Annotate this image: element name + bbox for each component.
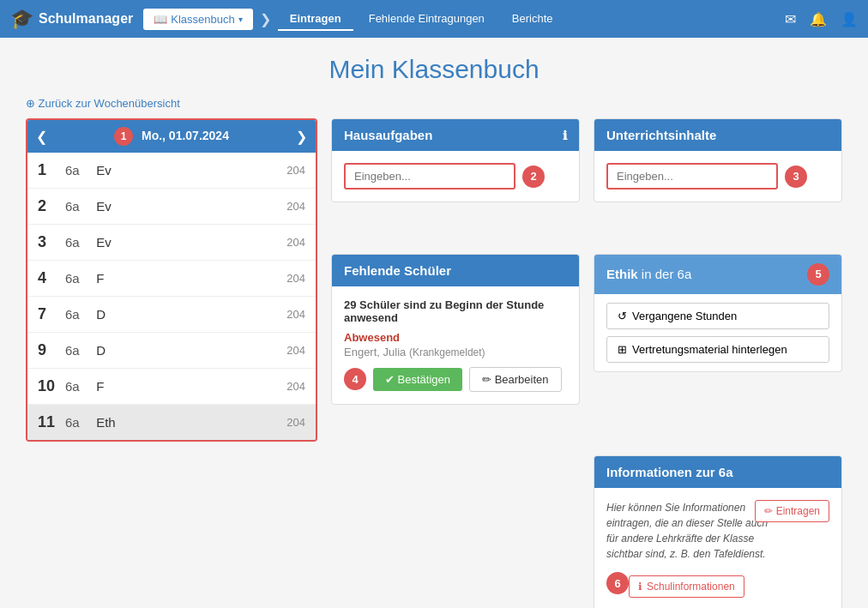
- informationen-body: ✏ Eintragen Hier können Sie Informatione…: [594, 488, 841, 608]
- fehlende-absent-label: Abwesend: [344, 331, 567, 344]
- ethik-header: Ethik in der 6a 5: [594, 255, 841, 294]
- lesson-number: 7: [38, 305, 65, 323]
- lesson-subject: Ev: [93, 163, 286, 178]
- book-icon: 📖: [154, 13, 167, 26]
- content-grid: ❮ 1 Mo., 01.07.2024 ❯ 1 6a Ev 204 2 6a E…: [26, 118, 842, 608]
- info-icon[interactable]: ℹ: [563, 129, 567, 142]
- schulinformationen-button[interactable]: ℹ Schulinformationen: [629, 575, 744, 598]
- timetable-row[interactable]: 7 6a D 204: [27, 297, 316, 333]
- lesson-subject: Ev: [93, 199, 286, 214]
- mail-icon[interactable]: ✉: [785, 11, 796, 27]
- hausaufgaben-body: 2: [332, 151, 579, 202]
- timetable-row[interactable]: 1 6a Ev 204: [27, 153, 316, 189]
- timetable-rows: 1 6a Ev 204 2 6a Ev 204 3 6a Ev 204 4 6a…: [27, 153, 316, 440]
- vertretungsmaterial-label: Vertretungsmaterial hinterlegen: [632, 343, 787, 356]
- fehlende-body: 29 Schüler sind zu Beginn der Stunde anw…: [332, 286, 579, 404]
- lesson-class: 6a: [65, 379, 93, 394]
- lesson-subject: F: [93, 379, 286, 394]
- logo-icon: 🎓: [10, 8, 33, 30]
- fehlende-absent-note: (Krankgemeldet): [409, 346, 485, 358]
- fehlende-schueler-card: Fehlende Schüler 29 Schüler sind zu Begi…: [331, 254, 580, 405]
- lesson-room: 204: [286, 344, 305, 357]
- lesson-class: 6a: [65, 307, 93, 322]
- nav-icons: ✉ 🔔 👤: [785, 11, 858, 27]
- lesson-subject: Eth: [93, 415, 286, 430]
- lesson-number: 2: [38, 197, 65, 215]
- unterrichtsinhalte-badge: 3: [785, 166, 807, 188]
- bestaetigen-button[interactable]: ✔ Bestätigen: [373, 368, 462, 391]
- unterrichtsinhalte-card: Unterrichtsinhalte 3: [594, 118, 842, 202]
- lesson-room: 204: [286, 164, 305, 177]
- timetable-next-btn[interactable]: ❯: [296, 129, 307, 145]
- bearbeiten-button[interactable]: ✏ Bearbeiten: [469, 367, 562, 392]
- informationen-title: Informationen zur 6a: [606, 465, 733, 479]
- ethik-badge: 5: [807, 263, 829, 286]
- unterrichtsinhalte-input[interactable]: [606, 163, 778, 190]
- navbar: 🎓 Schulmanager 📖 Klassenbuch ▾ ❯ Eintrag…: [0, 0, 868, 38]
- timetable-row[interactable]: 9 6a D 204: [27, 333, 316, 369]
- lesson-room: 204: [286, 200, 305, 213]
- eintragen-button[interactable]: ✏ Eintragen: [755, 500, 829, 522]
- lesson-room: 204: [286, 308, 305, 321]
- timetable-badge: 1: [114, 127, 133, 146]
- user-icon[interactable]: 👤: [841, 11, 858, 27]
- tab-berichte[interactable]: Berichte: [500, 8, 565, 31]
- lesson-number: 9: [38, 341, 65, 359]
- lesson-room: 204: [286, 380, 305, 393]
- bell-icon[interactable]: 🔔: [810, 11, 827, 27]
- fehlende-absent-name: Engert, Julia (Krankgemeldet): [344, 346, 567, 358]
- hausaufgaben-title: Hausaufgaben: [344, 128, 432, 142]
- vertretungsmaterial-btn[interactable]: ⊞ Vertretungsmaterial hinterlegen: [606, 336, 829, 363]
- timetable-row[interactable]: 10 6a F 204: [27, 369, 316, 405]
- fehlende-schueler-header: Fehlende Schüler: [332, 255, 579, 286]
- timetable-row[interactable]: 11 6a Eth 204: [27, 405, 316, 440]
- fehlende-badge: 4: [344, 368, 366, 390]
- lesson-class: 6a: [65, 235, 93, 250]
- lesson-class: 6a: [65, 163, 93, 178]
- lesson-class: 6a: [65, 271, 93, 286]
- info-icon-2: ℹ: [638, 581, 642, 593]
- page-title: Mein Klassenbuch: [26, 55, 842, 84]
- klassenbuch-label: Klassenbuch: [171, 13, 234, 26]
- timetable-header: ❮ 1 Mo., 01.07.2024 ❯: [27, 120, 316, 153]
- lesson-number: 3: [38, 233, 65, 251]
- page-content: Mein Klassenbuch ⊕ Zurück zur Wochenüber…: [0, 38, 868, 608]
- fehlende-btn-row: 4 ✔ Bestätigen ✏ Bearbeiten: [344, 367, 567, 392]
- timetable-row[interactable]: 2 6a Ev 204: [27, 189, 316, 225]
- hw-input-row: 2: [344, 163, 567, 190]
- caret-icon: ▾: [238, 15, 243, 24]
- tab-fehlende-eintragungen[interactable]: Fehlende Eintragungen: [357, 8, 497, 31]
- lesson-subject: Ev: [93, 235, 286, 250]
- tab-eintragen[interactable]: Eintragen: [278, 8, 353, 31]
- unterrichtsinhalte-header: Unterrichtsinhalte: [594, 119, 841, 151]
- timetable-date: Mo., 01.07.2024: [142, 129, 229, 142]
- vergangene-stunden-btn[interactable]: ↺ ↺ Vergangene Stunden Vergangene Stunde…: [606, 303, 829, 329]
- lesson-room: 204: [286, 272, 305, 285]
- klassenbuch-nav-btn[interactable]: 📖 Klassenbuch ▾: [143, 9, 252, 30]
- lesson-room: 204: [286, 416, 305, 429]
- lesson-number: 4: [38, 269, 65, 287]
- back-link[interactable]: ⊕ Zurück zur Wochenübersicht: [26, 97, 180, 110]
- timetable-prev-btn[interactable]: ❮: [36, 129, 47, 145]
- lesson-subject: D: [93, 307, 286, 322]
- hausaufgaben-input[interactable]: [344, 163, 515, 190]
- timetable-row[interactable]: 3 6a Ev 204: [27, 225, 316, 261]
- timetable-panel: ❮ 1 Mo., 01.07.2024 ❯ 1 6a Ev 204 2 6a E…: [26, 118, 317, 442]
- vertretungsmaterial-icon: ⊞: [618, 343, 627, 356]
- lesson-number: 1: [38, 161, 65, 179]
- lesson-subject: D: [93, 343, 286, 358]
- ethik-title: Ethik in der 6a: [606, 267, 691, 281]
- informationen-text: Hier können Sie Informationen eintragen,…: [606, 500, 778, 562]
- ethik-body: ↺ ↺ Vergangene Stunden Vergangene Stunde…: [594, 294, 841, 371]
- informationen-card: Informationen zur 6a ✏ Eintragen Hier kö…: [594, 455, 842, 608]
- unterrichtsinhalte-body: 3: [594, 151, 841, 202]
- unterrichtsinhalte-title: Unterrichtsinhalte: [606, 128, 716, 142]
- timetable-row[interactable]: 4 6a F 204: [27, 261, 316, 297]
- fehlende-present-text: 29 Schüler sind zu Beginn der Stunde anw…: [344, 298, 567, 324]
- brand: 🎓 Schulmanager: [10, 8, 133, 30]
- brand-name: Schulmanager: [39, 11, 133, 27]
- informationen-badge: 6: [606, 572, 629, 594]
- schulinformationen-label: Schulinformationen: [647, 581, 735, 593]
- hausaufgaben-badge: 2: [522, 166, 545, 188]
- nav-arrow: ❯: [260, 11, 271, 27]
